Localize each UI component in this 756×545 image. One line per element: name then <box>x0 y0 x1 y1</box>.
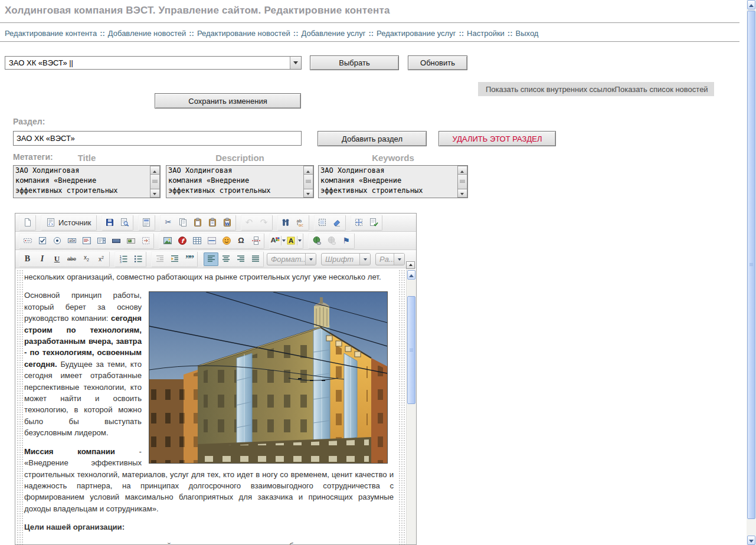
chevron-down-icon[interactable] <box>281 236 286 245</box>
scroll-up-icon[interactable] <box>303 166 313 175</box>
form-button[interactable] <box>20 234 35 248</box>
find-button[interactable] <box>279 216 293 229</box>
scroll-down-icon[interactable] <box>303 189 313 198</box>
ordered-list-button[interactable]: 123 <box>116 252 130 266</box>
scroll-up-icon[interactable] <box>747 0 755 9</box>
nav-link-logout[interactable]: Выход <box>516 29 539 38</box>
source-button[interactable]: Источник <box>42 216 96 229</box>
table-button[interactable] <box>189 234 204 248</box>
scroll-down-icon[interactable] <box>747 536 755 545</box>
editor-content[interactable]: нескольких организаций, совместно работа… <box>15 270 416 544</box>
scroll-up-icon[interactable] <box>457 166 467 175</box>
undo-button[interactable]: ↶ <box>242 216 257 229</box>
anchor-button[interactable]: ⚑ <box>339 234 354 248</box>
unlink-button[interactable] <box>324 234 339 248</box>
redo-button[interactable]: ↷ <box>257 216 271 229</box>
checkbox-button[interactable] <box>35 234 50 248</box>
textarea-scrollbar[interactable] <box>303 166 313 198</box>
fit-window-button[interactable] <box>352 216 366 229</box>
remove-format-button[interactable] <box>330 216 345 229</box>
textarea-button[interactable] <box>79 234 94 248</box>
font-dropdown[interactable]: Шрифт <box>321 253 371 265</box>
select-all-button[interactable] <box>315 216 330 229</box>
image-button-button[interactable] <box>123 234 138 248</box>
hidden-field-button[interactable] <box>138 234 153 248</box>
collapse-toolbar-button[interactable] <box>406 261 415 269</box>
nav-link-edit-content[interactable]: Редактирование контента <box>5 29 97 38</box>
metatag-description-textarea[interactable]: ЗАО Холдинговаякомпания «Внедрениеэффект… <box>166 165 314 198</box>
scroll-up-icon[interactable] <box>150 166 160 175</box>
editor-scrollbar[interactable] <box>406 270 416 544</box>
scrollbar-thumb[interactable] <box>457 175 467 189</box>
editor-scrollbar-thumb[interactable] <box>407 296 415 404</box>
scroll-down-icon[interactable] <box>150 189 160 198</box>
indent-button[interactable] <box>167 252 182 266</box>
textarea-scrollbar[interactable] <box>457 166 467 198</box>
preview-button[interactable] <box>117 216 132 229</box>
page-break-button[interactable] <box>248 234 263 248</box>
page-scrollbar[interactable] <box>747 0 756 545</box>
page-scrollbar-thumb[interactable] <box>747 11 755 519</box>
flash-button[interactable]: f <box>175 234 189 248</box>
chevron-down-icon[interactable] <box>297 236 302 245</box>
nav-link-add-services[interactable]: Добавление услуг <box>301 29 365 38</box>
paste-button[interactable] <box>191 216 205 229</box>
select-field-button[interactable] <box>94 234 109 248</box>
align-right-button[interactable] <box>233 252 248 266</box>
spell-check-button[interactable] <box>366 216 381 229</box>
scrollbar-thumb[interactable] <box>303 175 313 189</box>
scroll-down-icon[interactable] <box>457 189 467 198</box>
section-name-input[interactable] <box>13 131 302 146</box>
show-news-list-link[interactable]: Показать список новостей <box>615 85 708 94</box>
image-button[interactable] <box>160 234 175 248</box>
chevron-down-icon[interactable] <box>305 254 316 265</box>
bg-color-button[interactable]: A <box>286 234 302 248</box>
refresh-button[interactable]: Обновить <box>408 55 467 70</box>
text-color-button[interactable]: A <box>270 234 286 248</box>
link-button[interactable] <box>309 234 324 248</box>
delete-section-button[interactable]: УДАЛИТЬ ЭТОТ РАЗДЕЛ <box>438 131 556 146</box>
text-field-button[interactable]: ab <box>64 234 79 248</box>
show-internal-links-link[interactable]: Показать список внутренних ссылок <box>486 85 615 94</box>
superscript-button[interactable]: x2 <box>94 252 109 266</box>
align-center-button[interactable] <box>218 252 233 266</box>
strikethrough-button[interactable]: abe <box>64 252 79 266</box>
blockquote-button[interactable]: ”” <box>182 252 197 266</box>
cut-button[interactable]: ✂ <box>161 216 176 229</box>
subscript-button[interactable]: x2 <box>79 252 94 266</box>
italic-button[interactable]: I <box>35 252 50 266</box>
chevron-down-icon[interactable] <box>394 254 404 265</box>
radio-button[interactable] <box>50 234 64 248</box>
choose-button[interactable]: Выбрать <box>310 55 399 70</box>
chevron-down-icon[interactable] <box>290 57 301 69</box>
editor-body[interactable]: нескольких организаций, совместно работа… <box>15 270 406 544</box>
button-button[interactable] <box>109 234 123 248</box>
replace-button[interactable]: abac <box>293 216 308 229</box>
nav-link-add-news[interactable]: Добавление новостей <box>108 29 186 38</box>
align-justify-button[interactable] <box>248 252 263 266</box>
underline-button[interactable]: U <box>50 252 64 266</box>
outdent-button[interactable] <box>152 252 167 266</box>
align-left-button[interactable] <box>204 252 218 266</box>
templates-button[interactable] <box>139 216 154 229</box>
paste-text-button[interactable] <box>205 216 220 229</box>
size-dropdown[interactable]: Ра... <box>375 253 405 265</box>
nav-link-edit-news[interactable]: Редактирование новостей <box>197 29 290 38</box>
chevron-down-icon[interactable] <box>359 254 370 265</box>
paste-word-button[interactable]: W <box>220 216 235 229</box>
unordered-list-button[interactable] <box>130 252 145 266</box>
textarea-scrollbar[interactable] <box>150 166 160 198</box>
horizontal-rule-button[interactable] <box>204 234 219 248</box>
nav-link-edit-services[interactable]: Редактирование услуг <box>377 29 456 38</box>
section-select[interactable]: ЗАО ХК «ВЭСТ» || <box>5 56 302 70</box>
copy-button[interactable] <box>176 216 191 229</box>
scroll-up-icon[interactable] <box>407 270 415 280</box>
add-section-button[interactable]: Добавить раздел <box>318 131 427 146</box>
save-changes-button[interactable]: Сохранить изменения <box>155 93 301 109</box>
metatag-title-textarea[interactable]: ЗАО Холдинговаякомпания «Внедрениеэффект… <box>13 165 161 198</box>
scrollbar-thumb[interactable] <box>150 175 160 189</box>
metatag-keywords-textarea[interactable]: ЗАО Холдинговаякомпания «Внедрениеэффект… <box>318 165 468 198</box>
new-page-button[interactable] <box>20 216 35 229</box>
special-char-button[interactable]: Ω <box>234 234 248 248</box>
building-photo[interactable] <box>149 291 388 464</box>
